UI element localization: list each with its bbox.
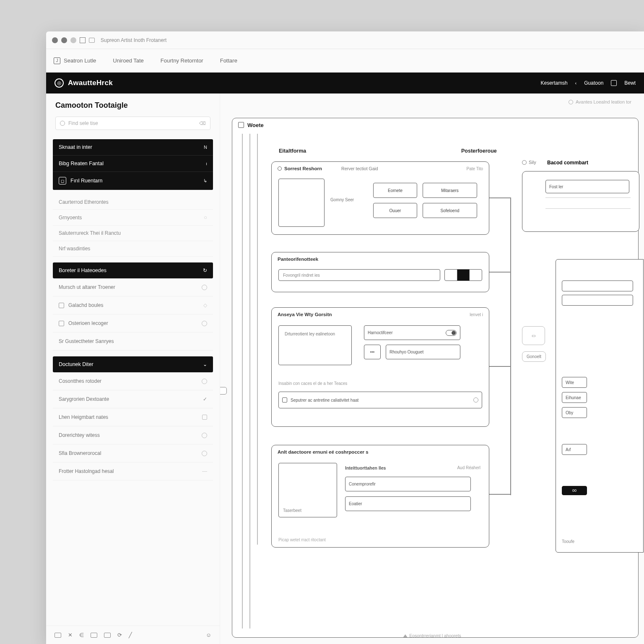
toggle-row[interactable]: Harnoctifceer (364, 325, 460, 340)
footnote: Picap wetet rract ritoctant (278, 538, 326, 542)
sidebar-item[interactable]: Nrf wasdinties (53, 241, 213, 257)
canvas-search-note[interactable]: Avantes Loealnd leation tor (569, 99, 631, 104)
list-item[interactable]: Rhouhyo Oouguet (386, 345, 460, 359)
app-window: Supreon Artist Inoth Frotanert JSeatron … (46, 31, 644, 644)
thumbnail[interactable] (278, 179, 325, 227)
sidebar-group-primary: Sknaat in interN Bibg Reaten Fantalı ◻Fı… (53, 139, 213, 190)
traffic-light-min[interactable] (61, 37, 67, 43)
checkbox-icon[interactable] (59, 321, 64, 326)
search-clear-icon[interactable]: ⌫ (199, 121, 206, 126)
port-icon[interactable] (220, 387, 227, 395)
titlebar: Supreon Artist Inoth Frotanert (46, 31, 644, 49)
sidebar-item[interactable]: Saluterrureck Thei il Ranctu (53, 226, 213, 241)
sidebar-item[interactable]: Galachd boules◇ (53, 296, 213, 314)
brand-icon: ◎ (55, 78, 64, 88)
column-tag: Sily (522, 160, 536, 165)
topnav-item-3[interactable]: Bewt (624, 80, 636, 86)
sidebar-item[interactable]: Cosontthes rotoder (53, 372, 213, 390)
info-box[interactable]: Drturreotient ley ealinetoon (278, 325, 352, 365)
tool-icon[interactable]: ☺ (206, 632, 211, 638)
tool-icon[interactable] (104, 633, 111, 638)
tool-icon[interactable]: ✕ (68, 632, 73, 638)
sidebar-item[interactable]: Dorerichtey witess (53, 426, 213, 444)
sidebar-item[interactable]: Lhen Heigmbart nates (53, 408, 213, 426)
tool-icon[interactable] (91, 633, 97, 638)
thumbnail[interactable]: Taserbeet (278, 463, 337, 517)
tab-3[interactable]: Fourtny Retorntor (161, 57, 203, 64)
frame-title: Woete (232, 118, 270, 132)
sidebar-item[interactable]: Grnyoents○ (53, 210, 213, 226)
sidebar-item[interactable]: Bibg Reaten Fantalı (53, 156, 213, 172)
sidebar-group-4-header[interactable]: Doctunek Diter⌄ (53, 356, 213, 372)
sidebar-item[interactable]: Sfia Brownerorocal (53, 444, 213, 462)
thumb-label: Gomny Seer (330, 197, 354, 202)
topnav-item-1[interactable]: Kesertamsh (541, 80, 568, 86)
mini-button[interactable]: Mitaraers (423, 183, 477, 198)
sidebar-item[interactable]: Sarygrorien Dextoante✓ (53, 390, 213, 408)
sidebar-item[interactable]: Sknaat in interN (53, 139, 213, 156)
node-pill[interactable]: Gonoelt (522, 351, 546, 362)
node-handle[interactable]: ▭ (522, 326, 545, 345)
field[interactable]: Aıf (562, 444, 587, 455)
sidebar-item[interactable]: Sr Gustectheter Sanryes (53, 332, 213, 351)
action-box[interactable]: ••• (364, 345, 381, 359)
tool-icon[interactable]: ∈ (79, 632, 84, 638)
field[interactable]: Eihunae (562, 392, 587, 403)
mini-button[interactable]: Ouuer (373, 203, 417, 218)
segmented-control[interactable] (444, 269, 482, 281)
mini-button[interactable]: Sofeloend (423, 203, 477, 218)
sidebar-item[interactable]: Frotter Hastolngad hesal— (53, 462, 213, 480)
checkbox-icon[interactable] (282, 397, 287, 402)
sidebar-group-3-header[interactable]: Boreter il Hateoedes↻ (53, 262, 213, 278)
tab-2[interactable]: Uniroed Tate (113, 57, 143, 64)
card-title: Sorrest Reshorn (284, 166, 322, 171)
chevron-left-icon[interactable]: ‹ (575, 80, 577, 86)
card-1[interactable]: Sorrest Reshorn Rerver tectiot Gaid Pate… (271, 161, 489, 235)
row-hint: Aud Réaherl (457, 465, 480, 470)
sidebar: Camooton Tootaigle Find sele tise ⌫ Skna… (46, 93, 220, 644)
tab-1[interactable]: JSeatron Lutle (54, 57, 96, 64)
topnav-item-2[interactable]: Guatoon (584, 80, 603, 86)
text-field[interactable]: Conemprorefir (345, 477, 471, 491)
field[interactable] (562, 295, 633, 306)
guide-line (257, 134, 258, 545)
right-panel[interactable]: Wite Eihunae Oby Aıf 00 Tooufe (556, 259, 644, 553)
guide-line (249, 134, 250, 628)
card-2[interactable]: Panteorifenotteek Fovongril rindret ies (271, 252, 489, 292)
text-field[interactable]: Eoatier (345, 496, 471, 511)
tool-icon[interactable] (55, 633, 61, 638)
connector (489, 197, 510, 198)
tool-icon[interactable]: ╱ (129, 632, 132, 638)
sidebar-item[interactable]: Mursch ut altarer Troener (53, 278, 213, 296)
canvas[interactable]: Avantes Loealnd leation tor Woete Eitalt… (220, 93, 644, 644)
sidebar-group-4: Cosontthes rotoder Sarygrorien Dextoante… (53, 372, 213, 480)
search-icon (569, 100, 573, 104)
card-4[interactable]: Anlt daectoore ernuni eé coshrpoccer s T… (271, 445, 489, 548)
text-field[interactable]: Fovongril rindret ies (278, 269, 440, 281)
search-pin-icon (60, 121, 65, 126)
right-card-1[interactable]: Fost ler (522, 171, 639, 232)
sidebar-item[interactable]: ◻Fırıl Ruentarn↳ (53, 172, 213, 190)
mini-button[interactable]: Eornete (373, 183, 417, 198)
card-3[interactable]: Anseya Vie Wty Gorsitnlenvet i Drturreot… (271, 307, 489, 427)
panel-icon[interactable] (611, 80, 617, 86)
field[interactable] (562, 280, 633, 291)
field[interactable]: Fost ler (545, 180, 629, 193)
tag[interactable]: 00 (562, 486, 587, 495)
field[interactable]: Wite (562, 377, 587, 388)
checkbox-icon[interactable] (59, 303, 64, 308)
traffic-light-close[interactable] (52, 37, 58, 43)
triangle-icon (403, 634, 407, 637)
search-input[interactable]: Find sele tise ⌫ (55, 117, 210, 130)
tool-icon[interactable]: ⟳ (117, 632, 122, 638)
toggle-icon[interactable] (446, 330, 457, 336)
traffic-light-max[interactable] (70, 37, 76, 43)
connector (489, 494, 510, 495)
field[interactable]: Oby (562, 407, 587, 418)
card-hint: lenvet i (470, 312, 483, 317)
info-row[interactable]: Seputrer ac antretine caliativitet haat (278, 392, 482, 408)
window-mode-icon[interactable] (80, 37, 86, 43)
tab-4[interactable]: Fottare (220, 57, 237, 64)
sidebar-item[interactable]: Osterioen lecoger (53, 314, 213, 332)
connector (510, 197, 511, 495)
